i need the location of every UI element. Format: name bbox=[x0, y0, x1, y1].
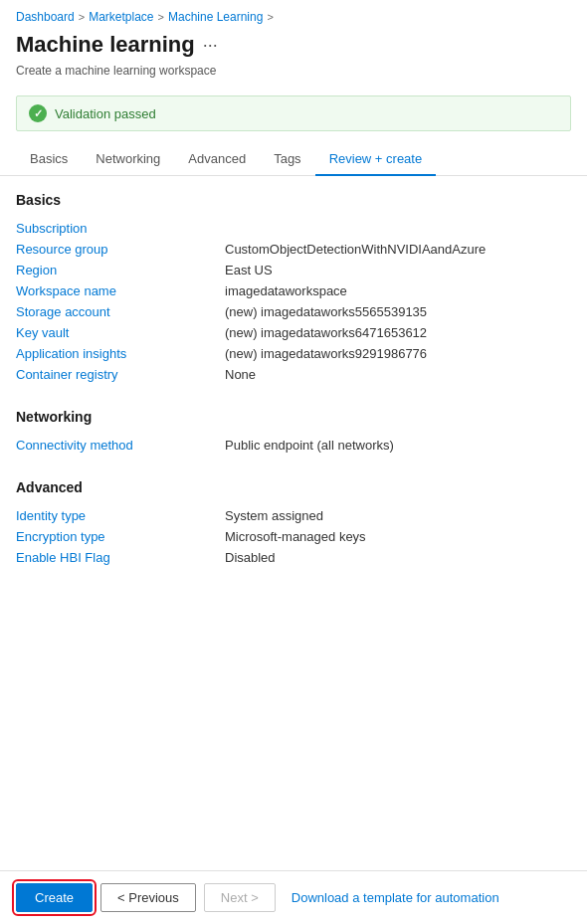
networking-table: Connectivity methodPublic endpoint (all … bbox=[16, 435, 571, 456]
tab-basics[interactable]: Basics bbox=[16, 143, 82, 176]
footer: Create < Previous Next > Download a temp… bbox=[0, 870, 587, 924]
next-button[interactable]: Next > bbox=[204, 883, 276, 912]
content-area: Basics SubscriptionResource groupCustomO… bbox=[0, 192, 587, 568]
row-label: Subscription bbox=[16, 218, 225, 239]
row-label: Encryption type bbox=[16, 526, 225, 547]
table-row: Key vault(new) imagedataworks6471653612 bbox=[16, 322, 571, 343]
row-value: Disabled bbox=[225, 547, 571, 568]
table-row: Enable HBI FlagDisabled bbox=[16, 547, 571, 568]
advanced-table: Identity typeSystem assignedEncryption t… bbox=[16, 505, 571, 568]
breadcrumb-sep-2: > bbox=[158, 11, 164, 23]
row-value: (new) imagedataworks6471653612 bbox=[225, 322, 571, 343]
breadcrumb: Dashboard > Marketplace > Machine Learni… bbox=[0, 0, 587, 28]
table-row: Resource groupCustomObjectDetectionWithN… bbox=[16, 239, 571, 260]
breadcrumb-sep-3: > bbox=[267, 11, 273, 23]
download-template-link[interactable]: Download a template for automation bbox=[292, 890, 499, 905]
row-value: CustomObjectDetectionWithNVIDIAandAzure bbox=[225, 239, 571, 260]
table-row: Workspace nameimagedataworkspace bbox=[16, 280, 571, 301]
table-row: Subscription bbox=[16, 218, 571, 239]
row-label: Identity type bbox=[16, 505, 225, 526]
row-value: None bbox=[225, 364, 571, 385]
table-row: Container registryNone bbox=[16, 364, 571, 385]
row-label: Key vault bbox=[16, 322, 225, 343]
page-header: Machine learning ··· bbox=[0, 28, 587, 64]
row-label: Enable HBI Flag bbox=[16, 547, 225, 568]
validation-check-icon bbox=[29, 104, 47, 122]
breadcrumb-dashboard[interactable]: Dashboard bbox=[16, 10, 75, 24]
row-label: Storage account bbox=[16, 301, 225, 322]
validation-banner: Validation passed bbox=[16, 95, 571, 131]
table-row: Storage account(new) imagedataworks55655… bbox=[16, 301, 571, 322]
row-value: (new) imagedataworks5565539135 bbox=[225, 301, 571, 322]
tab-review-create[interactable]: Review + create bbox=[315, 143, 437, 176]
row-value: Public endpoint (all networks) bbox=[225, 435, 571, 456]
page-subtitle: Create a machine learning workspace bbox=[0, 64, 587, 88]
row-value: (new) imagedataworks9291986776 bbox=[225, 343, 571, 364]
tabs-nav: Basics Networking Advanced Tags Review +… bbox=[0, 143, 587, 176]
breadcrumb-ml[interactable]: Machine Learning bbox=[168, 10, 263, 24]
table-row: Connectivity methodPublic endpoint (all … bbox=[16, 435, 571, 456]
row-label: Region bbox=[16, 260, 225, 280]
row-value: Microsoft-managed keys bbox=[225, 526, 571, 547]
row-label: Container registry bbox=[16, 364, 225, 385]
previous-button[interactable]: < Previous bbox=[100, 883, 196, 912]
validation-text: Validation passed bbox=[55, 106, 156, 121]
table-row: Encryption typeMicrosoft-managed keys bbox=[16, 526, 571, 547]
create-button[interactable]: Create bbox=[16, 883, 93, 912]
page-title: Machine learning bbox=[16, 32, 195, 58]
tab-advanced[interactable]: Advanced bbox=[174, 143, 260, 176]
table-row: RegionEast US bbox=[16, 260, 571, 280]
tab-tags[interactable]: Tags bbox=[260, 143, 314, 176]
row-label: Resource group bbox=[16, 239, 225, 260]
more-options-icon[interactable]: ··· bbox=[203, 35, 218, 56]
row-value: East US bbox=[225, 260, 571, 280]
table-row: Identity typeSystem assigned bbox=[16, 505, 571, 526]
row-value: imagedataworkspace bbox=[225, 280, 571, 301]
row-label: Application insights bbox=[16, 343, 225, 364]
section-basics-title: Basics bbox=[16, 192, 571, 208]
tab-networking[interactable]: Networking bbox=[82, 143, 174, 176]
breadcrumb-marketplace[interactable]: Marketplace bbox=[89, 10, 153, 24]
row-label: Connectivity method bbox=[16, 435, 225, 456]
table-row: Application insights(new) imagedataworks… bbox=[16, 343, 571, 364]
section-networking-title: Networking bbox=[16, 409, 571, 425]
row-label: Workspace name bbox=[16, 280, 225, 301]
basics-table: SubscriptionResource groupCustomObjectDe… bbox=[16, 218, 571, 385]
row-value: System assigned bbox=[225, 505, 571, 526]
section-advanced-title: Advanced bbox=[16, 479, 571, 495]
row-value bbox=[225, 218, 571, 239]
breadcrumb-sep-1: > bbox=[79, 11, 85, 23]
